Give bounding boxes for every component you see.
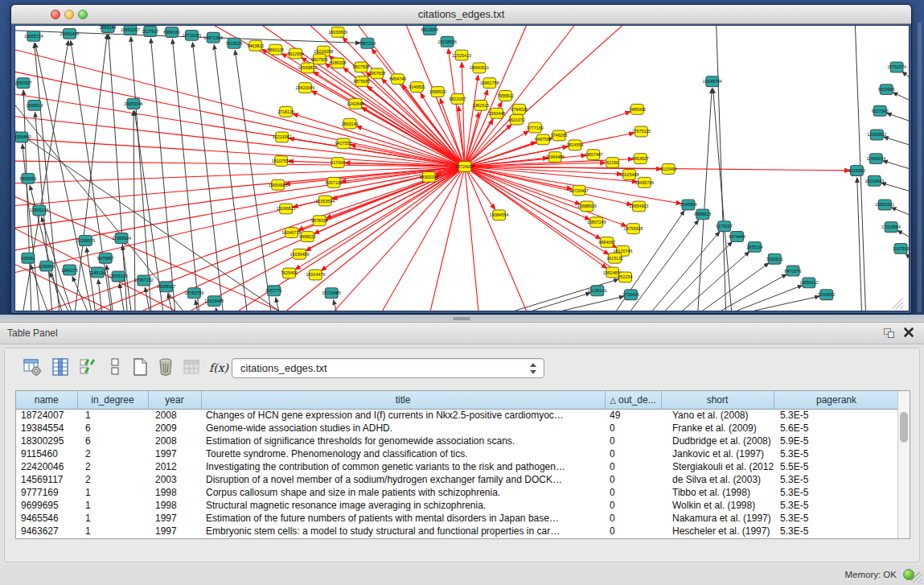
table-cell: 0 <box>605 512 661 525</box>
graph-node-label: 15136141 <box>588 288 607 293</box>
graph-node-label: 8958923 <box>694 212 711 216</box>
graph-node-label: 17359924 <box>112 236 131 241</box>
network-graph[interactable]: 1603380994638228860128891295423226058982… <box>15 26 909 311</box>
table-cell: 9777169 <box>16 486 77 499</box>
graph-node-label: 15692931 <box>875 202 894 207</box>
column-header-year[interactable]: year <box>148 391 201 409</box>
graph-node-label: 9242848 <box>347 101 364 106</box>
graph-edge <box>151 39 175 311</box>
new-document-icon[interactable] <box>129 356 151 379</box>
table-row[interactable]: 1456911722003Disruption of a novel membe… <box>16 473 899 486</box>
table-options-icon[interactable] <box>21 356 43 379</box>
graph-node-label: 20364486 <box>545 154 565 159</box>
graph-node-label: 1156869 <box>38 264 54 269</box>
scrollbar-thumb[interactable] <box>900 412 908 443</box>
graph-node-label: 9565059 <box>19 176 36 181</box>
table-cell: Jankovic et al. (1997) <box>661 447 774 460</box>
table-vertical-scrollbar[interactable] <box>897 391 910 538</box>
network-canvas[interactable]: 1603380994638228860128891295423226058982… <box>14 25 910 311</box>
node-table: namein_degreeyeartitle△out_de...shortpag… <box>15 390 910 539</box>
graph-node-label: 8267130 <box>326 180 343 185</box>
table-cell: 0 <box>605 447 661 460</box>
graph-node-label: 15751074 <box>887 64 906 69</box>
table-cell: Investigating the contribution of common… <box>201 460 605 473</box>
column-header-in_degree[interactable]: in_degree <box>77 391 148 409</box>
network-window-titlebar[interactable]: citations_edges.txt <box>11 5 911 24</box>
graph-node-label: 435081 <box>21 256 35 261</box>
table-panel-title: Table Panel <box>7 328 58 339</box>
table-cell: 5.3E-5 <box>774 473 899 486</box>
table-cell: Genome-wide association studies in ADHD. <box>201 422 605 435</box>
select-all-columns-icon[interactable] <box>77 356 100 379</box>
graph-node-label: 9875685 <box>353 79 370 84</box>
graph-edge <box>897 230 909 237</box>
table-cell: 2 <box>77 473 148 486</box>
column-header-out_de[interactable]: △out_de... <box>605 391 661 409</box>
graph-node-label: 2718126 <box>277 109 294 114</box>
graph-edge <box>902 72 909 78</box>
graph-node-label: 9498222 <box>299 234 316 239</box>
splitter-handle-icon[interactable] <box>453 317 470 320</box>
table-row[interactable]: 946554611997Estimation of the future num… <box>16 512 899 525</box>
show-columns-icon[interactable] <box>49 356 72 379</box>
network-table-selector[interactable]: citations_edges.txt <box>232 358 544 378</box>
graph-node-label: 13505131 <box>30 208 49 212</box>
table-row[interactable]: 977716911998Corpus callosum shape and si… <box>16 486 899 499</box>
status-bar: Memory: OK <box>0 565 924 585</box>
graph-node-label: 18640910 <box>470 65 489 70</box>
table-row[interactable]: 946362711997Embryonic stem cells: a mode… <box>16 525 899 538</box>
table-cell: 0 <box>605 499 661 512</box>
table-cell: 18724007 <box>16 409 77 422</box>
node-table-grid: namein_degreeyeartitle△out_de...shortpag… <box>16 391 900 538</box>
table-cell: 1998 <box>148 499 201 512</box>
float-square-front <box>888 332 894 338</box>
table-cell: Estimation of significance thresholds fo… <box>201 435 605 447</box>
dropdown-stepper-icon <box>530 362 537 375</box>
desktop-right-band <box>917 23 922 312</box>
table-row[interactable]: 1830029562008Estimation of significance … <box>16 435 899 447</box>
graph-edge <box>883 161 909 169</box>
table-cell: 5.6E-5 <box>774 422 899 435</box>
graph-node-label: 2650597 <box>15 80 31 85</box>
graph-node-label: 6179197 <box>716 224 733 229</box>
column-header-pagerank[interactable]: pagerank <box>774 391 899 409</box>
graph-node-label: 16961758 <box>480 80 499 85</box>
graph-node-label: 9463822 <box>247 43 264 48</box>
close-panel-icon[interactable] <box>903 327 914 338</box>
graph-edge <box>195 300 197 311</box>
import-table-icon[interactable] <box>180 356 203 379</box>
graph-edge <box>465 167 637 182</box>
graph-node-label: 19166825 <box>277 206 296 211</box>
graph-edge <box>857 178 862 311</box>
table-toolbar: f(x) citations_edges.txt <box>11 356 913 382</box>
table-cell: Wolkin et al. (1998) <box>661 499 774 512</box>
graph-node-label: 1995813 <box>26 103 43 108</box>
graph-node-label: 16543812 <box>298 65 317 70</box>
column-header-name[interactable]: name <box>16 391 77 409</box>
table-row[interactable]: 1872400712008Changes of HCN gene express… <box>16 409 899 422</box>
memory-status-label: Memory: OK <box>844 570 897 579</box>
app-resize-grip-icon[interactable] <box>911 572 922 583</box>
graph-edge <box>23 144 39 311</box>
graph-node-label: 7955812 <box>497 93 514 98</box>
graph-node-label: 19654923 <box>630 204 649 208</box>
column-header-title[interactable]: title <box>201 391 605 409</box>
graph-node-label: 9146821 <box>409 84 425 89</box>
panel-splitter[interactable] <box>0 315 924 323</box>
graph-edge <box>362 107 465 167</box>
column-header-short[interactable]: short <box>661 391 774 409</box>
float-panel-icon[interactable] <box>884 328 895 339</box>
table-row[interactable]: 2242004622012Investigating the contribut… <box>16 460 899 473</box>
graph-node-label: 20053346 <box>124 101 143 106</box>
table-row[interactable]: 969969511998Structural magnetic resonanc… <box>16 499 899 512</box>
function-builder-icon[interactable]: f(x) <box>207 356 230 379</box>
table-row[interactable]: 1938455462009Genome-wide association stu… <box>16 422 899 435</box>
graph-node-label: 16720407 <box>569 188 589 193</box>
hide-columns-icon[interactable] <box>104 356 126 379</box>
delete-table-icon[interactable] <box>154 356 177 379</box>
graph-node-label: 62160 <box>606 160 618 165</box>
graph-node-label: 14671368 <box>203 35 223 40</box>
table-row[interactable]: 911546021997Tourette syndrome. Phenomeno… <box>16 447 899 460</box>
graph-node-label: 16648784 <box>703 79 722 84</box>
canvas-resize-grip[interactable] <box>892 298 903 309</box>
